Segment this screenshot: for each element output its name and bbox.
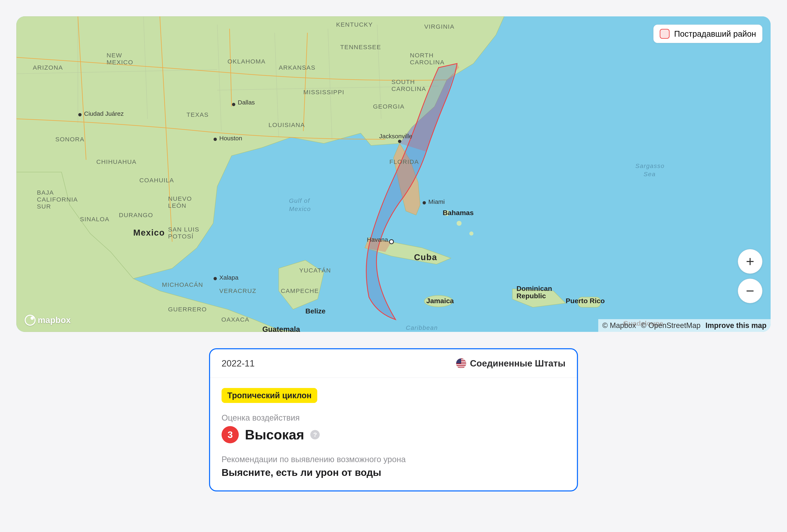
- event-date: 2022-11: [221, 358, 255, 369]
- label-miami: Miami: [428, 198, 445, 205]
- svg-point-9: [398, 140, 401, 143]
- card-header: 2022-11 Соединенные Штаты: [210, 349, 577, 378]
- label-guerrero: GUERRERO: [168, 306, 207, 313]
- zoom-in-button[interactable]: +: [738, 249, 762, 274]
- label-carib: Caribbean: [406, 324, 438, 331]
- label-sinaloa: SINALOA: [80, 216, 109, 222]
- label-virginia: VIRGINIA: [424, 23, 454, 30]
- label-campeche: CAMPECHE: [281, 287, 319, 294]
- label-kentucky: KENTUCKY: [336, 21, 373, 28]
- impact-row: 3 Высокая ?: [221, 426, 566, 443]
- label-jacksonville: Jacksonville: [379, 133, 412, 139]
- svg-point-12: [214, 277, 217, 280]
- label-guatemala: Guatemala: [262, 325, 300, 332]
- label-sonora: SONORA: [55, 136, 84, 142]
- svg-point-5: [469, 231, 473, 236]
- label-coahuila: COAHUILA: [140, 177, 174, 183]
- label-belize: Belize: [305, 307, 325, 315]
- event-country: Соединенные Штаты: [456, 358, 566, 369]
- label-durango: DURANGO: [119, 212, 153, 218]
- event-country-name: Соединенные Штаты: [470, 358, 566, 369]
- label-louisiana: LOUISIANA: [269, 121, 305, 128]
- attrib-osm[interactable]: © OpenStreetMap: [641, 321, 701, 330]
- zoom-controls: + −: [738, 249, 762, 303]
- legend-swatch-icon: [660, 29, 669, 39]
- label-oklahoma: OKLAHOMA: [228, 58, 265, 65]
- label-oaxaca: OAXACA: [221, 316, 250, 323]
- label-houston: Houston: [219, 135, 242, 141]
- map-canvas[interactable]: KENTUCKY VIRGINIA TENNESSEE NORTHCAROLIN…: [16, 16, 771, 332]
- label-chihuahua: CHIHUAHUA: [96, 158, 136, 165]
- label-mexico: Mexico: [133, 228, 165, 238]
- label-cuba: Cuba: [414, 252, 437, 262]
- label-arkansas: ARKANSAS: [279, 64, 315, 71]
- impact-label: Оценка воздействия: [221, 413, 566, 422]
- label-veracruz: VERACRUZ: [219, 287, 256, 294]
- label-jamaica: Jamaica: [426, 297, 454, 305]
- label-tennessee: TENNESSEE: [340, 44, 381, 50]
- attrib-improve[interactable]: Improve this map: [705, 321, 766, 330]
- zoom-out-button[interactable]: −: [738, 279, 762, 303]
- event-type-tag: Тропический циклон: [221, 388, 317, 403]
- label-bahamas: Bahamas: [443, 209, 474, 217]
- recommendation-title: Рекомендации по выявлению возможного уро…: [221, 455, 566, 464]
- label-mississippi: MISSISSIPPI: [303, 89, 344, 95]
- label-ciudad-juarez: Ciudad Juárez: [84, 110, 124, 117]
- svg-point-4: [456, 221, 462, 226]
- label-xalapa: Xalapa: [219, 274, 238, 281]
- map-legend: Пострадавший район: [653, 25, 762, 43]
- label-georgia: GEORGIA: [373, 103, 405, 110]
- label-yucatan: YUCATÁN: [299, 267, 331, 274]
- label-texas: TEXAS: [187, 111, 209, 118]
- event-card: 2022-11 Соединенные Штаты Тропический ци…: [209, 348, 578, 491]
- label-dallas: Dallas: [238, 99, 255, 106]
- label-florida: FLORIDA: [389, 158, 419, 165]
- mapbox-logo-text: mapbox: [38, 315, 71, 325]
- map-region[interactable]: KENTUCKY VIRGINIA TENNESSEE NORTHCAROLIN…: [16, 16, 771, 332]
- mapbox-logo-icon: [25, 315, 36, 326]
- map-attribution: © Mapbox © OpenStreetMap Improve this ma…: [598, 319, 771, 332]
- label-havana: Havana: [367, 236, 388, 243]
- mapbox-logo: mapbox: [25, 315, 71, 326]
- label-puerto-rico: Puerto Rico: [566, 297, 605, 305]
- impact-level: Высокая: [245, 427, 304, 442]
- help-icon[interactable]: ?: [310, 430, 320, 439]
- svg-point-10: [423, 201, 426, 204]
- us-flag-icon: [456, 358, 466, 369]
- svg-point-8: [78, 113, 82, 116]
- svg-point-6: [232, 103, 235, 106]
- label-michoacan: MICHOACÁN: [162, 281, 203, 288]
- recommendation-text: Выясните, есть ли урон от воды: [221, 467, 566, 478]
- svg-point-11: [389, 240, 394, 244]
- impact-score-badge: 3: [221, 426, 239, 443]
- label-arizona: ARIZONA: [33, 64, 63, 71]
- legend-label: Пострадавший район: [674, 29, 756, 39]
- svg-point-7: [214, 138, 217, 141]
- attrib-mapbox[interactable]: © Mapbox: [602, 321, 636, 330]
